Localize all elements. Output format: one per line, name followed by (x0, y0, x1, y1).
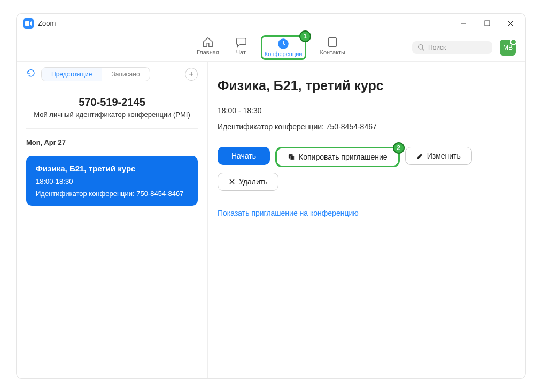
minimize-button[interactable] (452, 14, 475, 33)
annotation-1-highlight: 1 Конференции (261, 35, 306, 60)
copy-icon (288, 153, 295, 161)
tab-meetings[interactable]: Конференции (262, 37, 305, 58)
close-button[interactable] (499, 14, 522, 33)
edit-button[interactable]: Изменить (405, 147, 472, 165)
titlebar-left: Zoom (20, 18, 56, 29)
segment-control: Предстоящие Записано (41, 67, 150, 81)
annotation-2-badge: 2 (393, 142, 405, 154)
zoom-window: Zoom Главная Чат 1 Конференции (16, 13, 526, 379)
tab-home[interactable]: Главная (195, 35, 221, 57)
svg-rect-10 (290, 156, 294, 160)
content: Предстоящие Записано + 570-519-2145 Мой … (17, 62, 525, 378)
divider (26, 128, 198, 129)
sidebar: Предстоящие Записано + 570-519-2145 Мой … (17, 62, 208, 378)
start-button[interactable]: Начать (218, 147, 270, 165)
window-controls (452, 14, 522, 33)
search-input[interactable]: Поиск (412, 41, 492, 54)
svg-rect-1 (485, 21, 490, 26)
main-tabs: Главная Чат 1 Конференции Контакты (195, 35, 347, 60)
tab-contacts[interactable]: Контакты (318, 35, 348, 57)
tab-contacts-label: Контакты (320, 49, 346, 56)
edit-button-label: Изменить (427, 152, 461, 160)
pmi-label: Мой личный идентификатор конференции (PM… (26, 111, 198, 119)
window-title: Zoom (38, 19, 56, 27)
add-meeting-button[interactable]: + (185, 68, 198, 81)
copy-invitation-button[interactable]: Копировать приглашение (277, 148, 398, 166)
pmi-block[interactable]: 570-519-2145 Мой личный идентификатор ко… (26, 92, 198, 128)
zoom-logo-icon (23, 18, 34, 29)
meeting-card-title: Физика, Б21, третий курс (36, 164, 188, 173)
titlebar: Zoom (17, 14, 525, 33)
meeting-card-time: 18:00-18:30 (36, 177, 188, 185)
delete-button[interactable]: Удалить (218, 173, 278, 191)
pencil-icon (416, 153, 423, 160)
tab-chat-label: Чат (236, 49, 246, 56)
detail-title: Физика, Б21, третий курс (218, 78, 516, 93)
show-invitation-link[interactable]: Показать приглашение на конференцию (218, 209, 516, 217)
avatar-initials: МВ (503, 44, 513, 51)
refresh-button[interactable] (26, 68, 36, 80)
button-row: Начать 2 Копировать приглашение Изменить… (218, 147, 516, 191)
tab-meetings-label: Конференции (265, 51, 303, 57)
delete-button-label: Удалить (239, 177, 267, 186)
svg-line-8 (422, 48, 424, 50)
date-label: Mon, Apr 27 (26, 138, 198, 146)
detail-id: Идентификатор конференции: 750-8454-8467 (218, 122, 516, 131)
avatar[interactable]: МВ (500, 40, 516, 56)
pmi-number: 570-519-2145 (26, 96, 198, 108)
maximize-button[interactable] (475, 14, 499, 33)
segment-upcoming[interactable]: Предстоящие (42, 68, 102, 81)
header-right: Поиск МВ (412, 40, 516, 56)
detail-panel: Физика, Б21, третий курс 18:00 - 18:30 И… (208, 62, 525, 378)
header: Главная Чат 1 Конференции Контакты П (17, 33, 525, 62)
annotation-2-highlight: 2 Копировать приглашение (275, 147, 400, 167)
meeting-card[interactable]: Физика, Б21, третий курс 18:00-18:30 Иде… (26, 156, 198, 206)
segment-recorded[interactable]: Записано (102, 68, 150, 81)
svg-point-6 (331, 40, 335, 43)
svg-point-7 (419, 44, 423, 49)
copy-button-label: Копировать приглашение (299, 153, 388, 161)
search-placeholder: Поиск (428, 44, 446, 51)
start-button-label: Начать (231, 152, 256, 160)
detail-time: 18:00 - 18:30 (218, 106, 516, 115)
tab-home-label: Главная (197, 49, 219, 56)
svg-rect-5 (329, 37, 337, 46)
annotation-1-badge: 1 (299, 30, 311, 42)
tab-chat[interactable]: Чат (233, 35, 249, 57)
sidebar-top: Предстоящие Записано + (26, 67, 198, 81)
x-icon (229, 178, 235, 185)
meeting-card-id: Идентификатор конференции: 750-8454-8467 (36, 190, 188, 198)
